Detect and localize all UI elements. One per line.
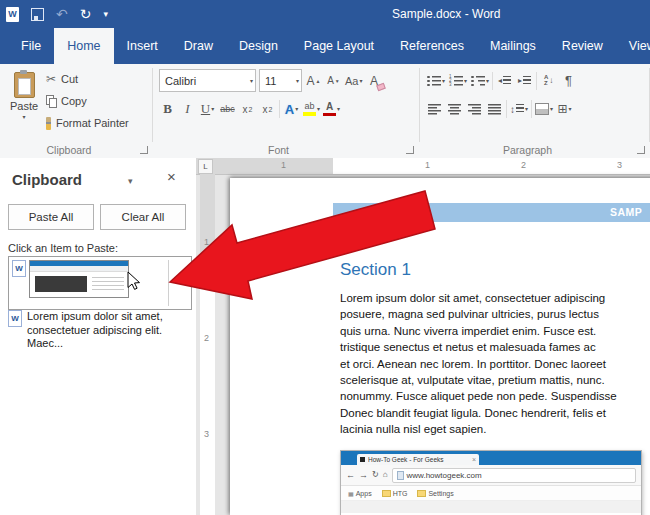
browser-tab-title: How-To Geek - For Geeks	[368, 456, 469, 463]
strikethrough-button[interactable]: abc	[219, 99, 236, 119]
bookmark-item: ▦ Apps	[348, 490, 372, 497]
document-text-line: Lorem ipsum dolor sit amet, consectetuer…	[340, 290, 617, 306]
underline-button[interactable]: U ▾	[199, 99, 216, 119]
font-size-value: 11	[265, 75, 276, 87]
bullets-button[interactable]: ▾	[426, 71, 445, 91]
superscript-button[interactable]: x2	[259, 99, 276, 119]
justify-button[interactable]	[486, 99, 503, 119]
refresh-icon: ↻	[372, 471, 379, 479]
tab-mailings[interactable]: Mailings	[477, 28, 549, 64]
format-painter-button[interactable]: Format Painter	[46, 114, 129, 132]
undo-icon[interactable]: ↶	[56, 7, 68, 21]
grow-font-button[interactable]: A ▲	[305, 71, 322, 91]
cut-button[interactable]: ✂ Cut	[46, 70, 129, 88]
decrease-indent-button[interactable]: ◂	[496, 71, 513, 91]
shading-button[interactable]: ▾	[535, 99, 553, 119]
align-left-button[interactable]	[426, 99, 443, 119]
italic-button[interactable]: I	[179, 99, 196, 119]
change-case-button[interactable]: Aa ▾	[345, 71, 362, 91]
borders-icon: ⊞	[557, 102, 567, 116]
clipboard-dialog-launcher[interactable]	[140, 146, 148, 154]
subscript-x: x	[243, 104, 248, 115]
multilevel-list-icon	[470, 75, 485, 86]
ribbon: Paste ▾ ✂ Cut Copy Format Painter Clipbo…	[0, 64, 650, 159]
font-color-button[interactable]: A ▾	[323, 99, 340, 119]
document-text-line: scelerisque at, vulputate vitae, pretium…	[340, 372, 617, 388]
clipboard-instruction: Click an Item to Paste:	[8, 242, 118, 254]
text-effects-icon: A	[285, 102, 294, 117]
embedded-screenshot[interactable]: How-To Geek - For Geeks × ← → ↻ ⌂ www.ho…	[340, 450, 642, 515]
align-right-button[interactable]	[466, 99, 483, 119]
clear-formatting-button[interactable]: A	[365, 71, 382, 91]
clipboard-pane-menu-icon[interactable]: ▾	[128, 176, 133, 186]
tab-draw[interactable]: Draw	[171, 28, 226, 64]
paste-button[interactable]: Paste ▾	[4, 69, 44, 140]
line-spacing-button[interactable]: ↕ ▾	[510, 99, 528, 119]
paragraph-group-label: Paragraph	[420, 144, 635, 156]
browser-page-content	[341, 501, 641, 513]
paste-all-button[interactable]: Paste All	[8, 204, 94, 230]
font-name-combo[interactable]: Calibri ▾	[159, 69, 256, 92]
bookmark-label: HTG	[393, 490, 408, 497]
tab-stop-selector[interactable]: L	[198, 159, 213, 174]
text-effects-caret-icon: ▾	[295, 106, 298, 112]
clipboard-item-image[interactable]: W ▾	[8, 256, 192, 310]
browser-tab: How-To Geek - For Geeks ×	[357, 454, 479, 465]
sort-button[interactable]: AZ ↓	[540, 71, 557, 91]
copy-button[interactable]: Copy	[46, 92, 129, 110]
qat-customize-icon[interactable]: ▾	[103, 10, 108, 19]
line-spacing-icon: ↕	[510, 104, 515, 115]
text-effects-button[interactable]: A ▾	[283, 99, 300, 119]
clear-formatting-icon: A	[370, 74, 378, 88]
tab-page-layout[interactable]: Page Layout	[291, 28, 387, 64]
quick-access-toolbar: W ↶ ↻ ▾	[6, 0, 108, 28]
tab-review[interactable]: Review	[549, 28, 616, 64]
document-page[interactable]: SAMP Section 1 Lorem ipsum dolor sit ame…	[230, 178, 650, 515]
save-icon[interactable]	[31, 8, 44, 21]
horizontal-ruler[interactable]: L 1 1 2 3	[196, 158, 650, 175]
highlight-button[interactable]: ab ▾	[303, 99, 320, 119]
show-hide-marks-button[interactable]: ¶	[560, 71, 577, 91]
shrink-font-button[interactable]: A ▼	[325, 71, 342, 91]
clipboard-item-dropdown-icon[interactable]: ▾	[180, 274, 185, 284]
tab-design[interactable]: Design	[226, 28, 291, 64]
increase-indent-button[interactable]: ▸	[516, 71, 533, 91]
ribbon-tab-row: File Home Insert Draw Design Page Layout…	[0, 28, 650, 64]
tab-insert[interactable]: Insert	[114, 28, 171, 64]
ruler-number: 2	[521, 160, 526, 170]
align-center-button[interactable]	[446, 99, 463, 119]
paragraph-dialog-launcher[interactable]	[637, 146, 645, 154]
tab-view[interactable]: View	[616, 28, 650, 64]
tab-file[interactable]: File	[8, 28, 54, 64]
numbering-button[interactable]: ▾	[448, 71, 467, 91]
copy-icon	[46, 95, 56, 107]
redo-icon[interactable]: ↻	[80, 7, 92, 21]
clear-all-button[interactable]: Clear All	[100, 204, 186, 230]
copy-label: Copy	[61, 95, 87, 107]
bold-button[interactable]: B	[159, 99, 176, 119]
clipboard-pane-close-icon[interactable]: ×	[167, 168, 176, 185]
ruler-number: 1	[204, 237, 209, 247]
font-dialog-launcher[interactable]	[406, 146, 414, 154]
shading-icon	[535, 103, 549, 115]
bookmark-item: Settings	[417, 490, 453, 497]
shrink-font-label: A	[327, 75, 334, 86]
word-app-icon[interactable]: W	[6, 7, 19, 22]
subscript-n: 2	[249, 106, 253, 113]
font-size-combo[interactable]: 11 ▾	[259, 69, 302, 92]
decrease-indent-icon: ◂	[498, 76, 502, 85]
tab-home[interactable]: Home	[54, 28, 113, 64]
document-text-line: Donec blandit feugiat ligula. Donec hend…	[340, 405, 617, 421]
clipboard-image-thumbnail	[29, 260, 129, 298]
cut-icon: ✂	[46, 72, 56, 86]
word-doc-icon: W	[12, 260, 26, 277]
borders-button[interactable]: ⊞▾	[556, 99, 573, 119]
document-area: L 1 1 2 3 1 2 3 SAMP Section 1 Lorem ips…	[196, 158, 650, 515]
bookmarks-bar: ▦ Apps HTG Settings	[341, 486, 641, 501]
multilevel-list-button[interactable]: ▾	[470, 71, 489, 91]
subscript-button[interactable]: x2	[239, 99, 256, 119]
tab-references[interactable]: References	[387, 28, 477, 64]
clipboard-item-text[interactable]: W Lorem ipsum dolor sit amet, consectetu…	[8, 310, 186, 351]
ruler-number: 1	[281, 160, 286, 170]
vertical-ruler[interactable]: 1 2 3	[200, 174, 215, 515]
